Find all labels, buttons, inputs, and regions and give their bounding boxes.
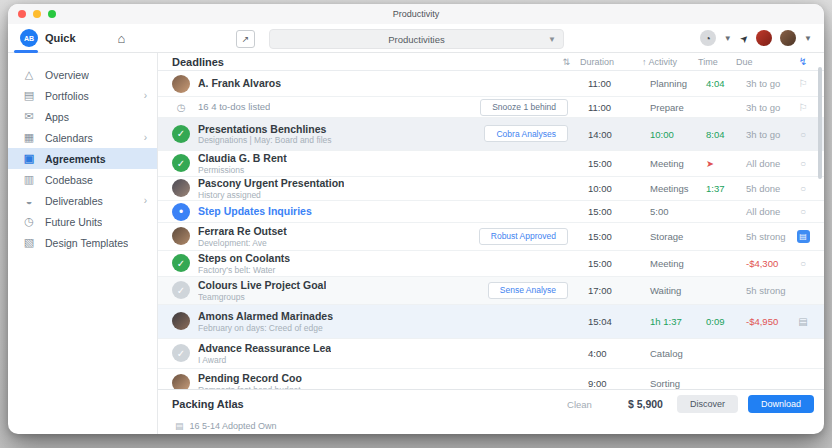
sidebar: △ Overview ▤ Portfolios › ✉ Apps ▦ Calen… [8,53,158,434]
row-time: ➤ [698,158,736,169]
row-due: 3h to go [736,78,788,89]
column-due[interactable]: Due [736,57,788,67]
overview-icon: △ [22,68,36,81]
toolbar: AB Quick ⌂ ↗ Productivities ▼ ◔ ▼ ➤ ▼ [8,24,824,53]
column-duration[interactable]: Duration [580,57,642,67]
titlebar: Productivity [8,4,824,24]
sidebar-item-overview[interactable]: △ Overview [8,64,157,85]
circle-icon[interactable]: ○ [788,158,818,169]
avatar [172,312,190,330]
avatar [172,75,190,93]
row-duration: 15:00 [580,231,642,242]
sort-icon[interactable]: ⇅ [562,57,570,67]
share-icon[interactable]: ↗ [236,30,255,48]
row-action-button[interactable]: Snooze 1 behind [480,99,568,116]
row-action-button[interactable]: Robust Approved [479,228,568,245]
table-row[interactable]: ✓ Claudia G. B Rent Permissions 15:00 Me… [158,151,824,177]
main-panel: Deadlines ⇅ Duration ↑ Activity Time Due… [158,53,824,434]
filter-icon[interactable]: ↯ [788,56,818,67]
row-subtitle: I Award [198,355,331,365]
table-row[interactable]: Pending Record Coo Ramparts fast bond bu… [158,369,824,389]
sidebar-item-future-units[interactable]: ◷ Future Units [8,211,157,232]
search-dropdown[interactable]: Productivities ▼ [269,29,564,49]
scrollbar[interactable] [818,67,822,179]
sidebar-item-deliverables[interactable]: ◒ Deliverables › [8,190,157,211]
doc-icon[interactable]: ▤ [788,316,818,327]
row-due: All done [736,206,788,217]
flag-icon[interactable]: ⚐ [788,102,818,113]
table-row[interactable]: A. Frank Alvaros 11:00 Planning 4:04 3h … [158,71,824,97]
design-templates-icon: ▧ [22,236,36,249]
calendars-icon: ▦ [22,131,36,144]
row-time: 0:09 [698,316,736,327]
app-logo[interactable]: AB [20,29,38,47]
dot-icon: • [172,203,190,221]
sidebar-item-label: Portfolios [45,90,89,102]
download-button[interactable]: Download [748,395,814,413]
discover-button[interactable]: Discover [677,395,738,413]
list-header: Deadlines ⇅ Duration ↑ Activity Time Due… [158,53,824,71]
maximize-button[interactable] [48,10,56,18]
pointer-icon[interactable]: ➤ [737,31,751,45]
table-row[interactable]: ✓ Steps on Coolants Factory's belt: Wate… [158,251,824,277]
home-icon[interactable]: ⌂ [118,31,126,46]
table-row[interactable]: ✓ Presentations Benchlines Designations … [158,118,824,151]
list-footer: Packing Atlas Clean $ 5,900 Discover Dow… [158,389,824,418]
circle-icon[interactable]: ○ [788,258,818,269]
row-title: Steps on Coolants [198,252,290,264]
clipboard-icon: ▤ [175,421,184,431]
row-action-button[interactable]: Cobra Analyses [484,125,568,142]
row-duration: 11:00 [580,102,642,113]
column-time[interactable]: Time [698,57,736,67]
app-window: Productivity AB Quick ⌂ ↗ Productivities… [8,4,824,434]
minimize-button[interactable] [33,10,41,18]
brand-name: Quick [45,32,76,44]
row-duration: 14:00 [580,129,642,140]
row-activity: 1h 1:37 [642,316,698,327]
table-row[interactable]: ✓ Advance Reassurance Lea I Award 4:00 C… [158,339,824,369]
table-row[interactable]: ◷ 16 4 to-dos listed Snooze 1 behind 11:… [158,97,824,118]
sidebar-item-calendars[interactable]: ▦ Calendars › [8,127,157,148]
table-row[interactable]: Amons Alarmed Marinades February on days… [158,305,824,339]
row-title: A. Frank Alvaros [198,77,281,89]
row-title: Advance Reassurance Lea [198,342,331,354]
row-duration: 15:00 [580,206,642,217]
table-row[interactable]: • Step Updates Inquiries 15:00 5:00 All … [158,201,824,223]
sidebar-item-apps[interactable]: ✉ Apps [8,106,157,127]
column-activity[interactable]: ↑ Activity [642,57,698,67]
row-title: Amons Alarmed Marinades [198,310,333,322]
row-subtitle: Permissions [198,165,287,175]
sidebar-item-label: Agreements [45,153,106,165]
table-row[interactable]: Ferrara Re Outset Development: Ave Robus… [158,223,824,251]
clipboard-icon[interactable]: ▤ [797,230,810,243]
close-button[interactable] [18,10,26,18]
row-activity: Prepare [642,102,698,113]
check-icon: ✓ [172,281,190,299]
footer-subline: ▤ 16 5-14 Adopted Own [158,418,824,434]
row-title: Pascony Urgent Presentation [198,177,344,189]
table-row[interactable]: ✓ Colours Live Project Goal Teamgroups S… [158,277,824,305]
sidebar-item-agreements[interactable]: ▣ Agreements [8,148,157,169]
row-due: 5h done [736,183,788,194]
row-title: Claudia G. B Rent [198,152,287,164]
sidebar-item-design-templates[interactable]: ▧ Design Templates [8,232,157,253]
sidebar-item-codebase[interactable]: ▥ Codebase [8,169,157,190]
avatar[interactable] [780,30,796,46]
row-action-button[interactable]: Sense Analyse [488,282,568,299]
sidebar-item-portfolios[interactable]: ▤ Portfolios › [8,85,157,106]
circle-icon[interactable]: ○ [788,129,818,140]
avatar[interactable] [756,30,772,46]
footer-total: $ 5,900 [628,398,663,410]
chevron-right-icon: › [144,195,147,206]
chevron-down-icon[interactable]: ▼ [804,34,812,43]
circle-icon[interactable]: ○ [788,206,818,217]
sidebar-item-label: Deliverables [45,195,103,207]
circle-icon[interactable]: ○ [788,183,818,194]
flag-icon[interactable]: ⚐ [788,78,818,89]
globe-icon[interactable]: ◔ [700,30,716,46]
table-row[interactable]: Pascony Urgent Presentation History assi… [158,177,824,201]
row-duration: 10:00 [580,183,642,194]
chevron-down-icon[interactable]: ▼ [724,34,732,43]
chevron-down-icon: ▼ [548,35,556,44]
search-value: Productivities [388,34,445,45]
